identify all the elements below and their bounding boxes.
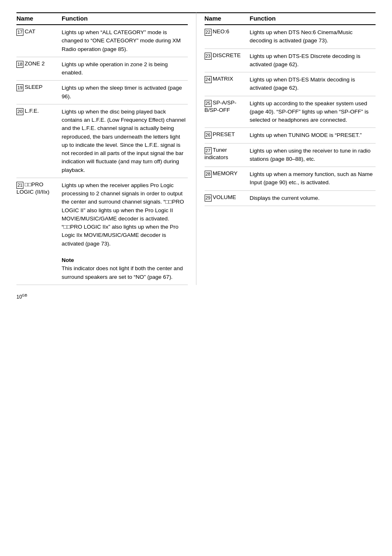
table-row: 25SP-A/SP-B/SP-OFF Lights up according t… (205, 96, 376, 128)
name-cell-22: 22NEO:6 (205, 28, 250, 45)
page-suffix: GB (22, 293, 27, 297)
left-column: Name Function 17CAT Lights up when “ALL … (16, 12, 196, 285)
name-cell-27: 27Tuner indicators (205, 147, 250, 164)
name-cell-20: 20L.F.E. (16, 108, 62, 174)
name-cell-26: 26PRESET (205, 131, 250, 139)
row-name-20: L.F.E. (25, 108, 39, 114)
function-cell-27: Lights up when using the receiver to tun… (250, 147, 376, 164)
function-cell-19: Lights up when the sleep timer is activa… (62, 84, 188, 101)
row-name-24: MATRIX (213, 76, 233, 82)
name-cell-25: 25SP-A/SP-B/SP-OFF (205, 100, 250, 125)
row-number-17: 17 (16, 29, 23, 36)
table-row: 26PRESET Lights up when TUNING MODE is “… (205, 128, 376, 143)
table-row: 17CAT Lights up when “ALL CATEGORY” mode… (16, 25, 188, 57)
name-cell-17: 17CAT (16, 28, 62, 53)
function-cell-18: Lights up while operation in zone 2 is b… (62, 60, 188, 77)
table-row: 20L.F.E. Lights up when the disc being p… (16, 104, 188, 178)
row-number-25: 25 (205, 100, 212, 107)
row-number-29: 29 (205, 195, 212, 202)
right-header-function: Function (250, 15, 376, 22)
function-text-21-main: Lights up when the receiver applies Pro … (62, 182, 184, 247)
table-row: 29VOLUME Displays the current volume. (205, 191, 376, 206)
function-cell-26: Lights up when TUNING MODE is “PRESET.” (250, 131, 376, 139)
function-note-text-21: This indicator does not light if both th… (62, 265, 183, 280)
row-name-18: ZONE 2 (25, 60, 45, 67)
name-cell-29: 29VOLUME (205, 194, 250, 202)
function-note-label-21: Note (62, 257, 74, 263)
row-name-26: PRESET (213, 131, 235, 137)
row-number-23: 23 (205, 53, 212, 60)
page-container: Name Function 17CAT Lights up when “ALL … (16, 12, 376, 285)
name-cell-18: 18ZONE 2 (16, 60, 62, 77)
row-name-19: SLEEP (25, 84, 43, 90)
page-number-text: 10 (16, 294, 22, 300)
function-cell-21: Lights up when the receiver applies Pro … (62, 181, 188, 281)
page-number: 10GB (16, 293, 376, 300)
row-number-21: 21 (16, 182, 23, 189)
name-cell-19: 19SLEEP (16, 84, 62, 101)
name-cell-23: 23DISCRETE (205, 52, 250, 69)
row-number-22: 22 (205, 29, 212, 36)
function-cell-22: Lights up when DTS Neo:6 Cinema/Music de… (250, 28, 376, 45)
table-row: 27Tuner indicators Lights up when using … (205, 144, 376, 167)
table-row: 24MATRIX Lights up when DTS-ES Matrix de… (205, 72, 376, 96)
function-cell-25: Lights up according to the speaker syste… (250, 100, 376, 125)
table-row: 23DISCRETE Lights up when DTS-ES Discret… (205, 49, 376, 73)
row-number-27: 27 (205, 147, 212, 154)
name-cell-28: 28MEMORY (205, 170, 250, 187)
left-table-header: Name Function (16, 13, 188, 25)
right-table-header: Name Function (205, 13, 376, 25)
table-row: 21□□PRO LOGIC (II/IIx) Lights up when th… (16, 178, 188, 285)
row-name-17: CAT (25, 28, 35, 35)
table-row: 18ZONE 2 Lights up while operation in zo… (16, 57, 188, 81)
function-cell-28: Lights up when a memory function, such a… (250, 170, 376, 187)
left-header-function: Function (62, 15, 188, 22)
function-cell-20: Lights up when the disc being played bac… (62, 108, 188, 174)
row-name-23: DISCRETE (213, 52, 241, 58)
row-number-26: 26 (205, 132, 212, 139)
right-column: Name Function 22NEO:6 Lights up when DTS… (196, 12, 376, 285)
table-row: 19SLEEP Lights up when the sleep timer i… (16, 81, 188, 104)
right-header-name: Name (205, 15, 250, 22)
row-number-20: 20 (16, 108, 23, 115)
name-cell-24: 24MATRIX (205, 76, 250, 93)
row-name-22: NEO:6 (213, 28, 230, 35)
row-number-18: 18 (16, 61, 23, 68)
row-number-19: 19 (16, 84, 23, 91)
table-row: 28MEMORY Lights up when a memory functio… (205, 167, 376, 191)
function-cell-29: Displays the current volume. (250, 194, 376, 202)
table-row: 22NEO:6 Lights up when DTS Neo:6 Cinema/… (205, 25, 376, 49)
function-cell-23: Lights up when DTS-ES Discrete decoding … (250, 52, 376, 69)
row-number-28: 28 (205, 171, 212, 178)
name-cell-21: 21□□PRO LOGIC (II/IIx) (16, 181, 62, 281)
function-cell-24: Lights up when DTS-ES Matrix decoding is… (250, 76, 376, 93)
left-header-name: Name (16, 15, 62, 22)
function-cell-17: Lights up when “ALL CATEGORY” mode is ch… (62, 28, 188, 53)
row-number-24: 24 (205, 76, 212, 83)
row-name-29: VOLUME (213, 194, 236, 200)
row-name-28: MEMORY (213, 170, 238, 176)
